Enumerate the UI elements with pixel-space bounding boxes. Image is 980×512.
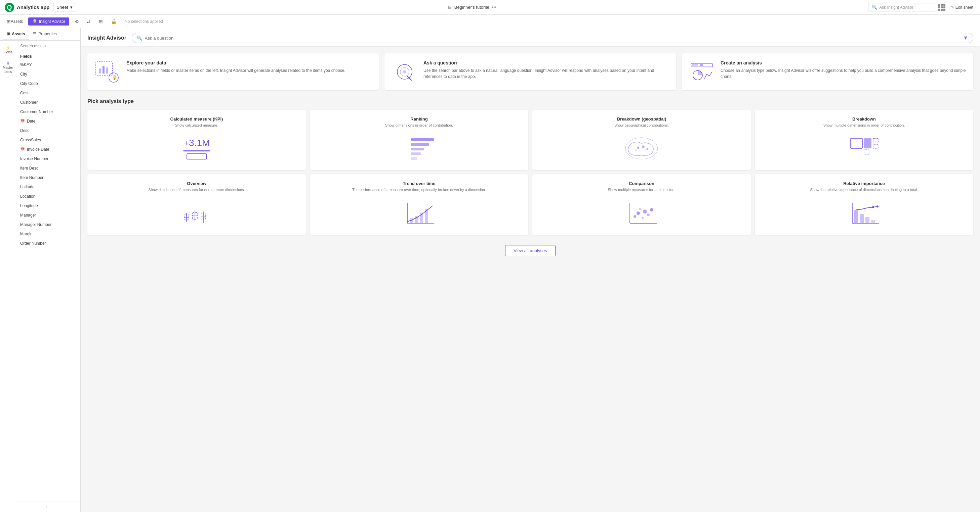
svg-rect-14: [700, 64, 703, 66]
svg-rect-3: [99, 68, 101, 73]
explore-card-text: Explore your data Make selections in fie…: [126, 60, 345, 73]
analysis-grid: Calculated measure (KPI) Show calculated…: [88, 110, 973, 235]
field-label-cost: Cost: [20, 90, 29, 95]
analysis-card-breakdown[interactable]: Breakdown Show multiple dimensions in or…: [755, 110, 973, 170]
grid-icon[interactable]: [938, 4, 945, 11]
ask-question-bar[interactable]: 🔍 🎙: [132, 33, 973, 43]
svg-point-61: [872, 206, 874, 208]
field-item-item-number[interactable]: Item Number: [16, 173, 80, 182]
assets-tab-label: Assets: [12, 32, 25, 36]
comparison-title: Comparison: [538, 181, 745, 186]
field-item-customer-number[interactable]: Customer Number: [16, 107, 80, 116]
view-all-analyses-button[interactable]: View all analyses: [505, 245, 555, 256]
search-placeholder: Ask Insight Advisor: [879, 5, 913, 10]
field-item-city[interactable]: City: [16, 70, 80, 79]
comparison-description: Show multiple measures for a dimension.: [538, 187, 745, 192]
field-item-gross-sales[interactable]: GrossSales: [16, 135, 80, 145]
app-subtitle: Analytics app: [17, 4, 50, 10]
sidebar-item-fields[interactable]: ⚡ Fields: [2, 44, 14, 56]
svg-point-11: [403, 70, 406, 73]
svg-rect-27: [864, 138, 872, 148]
svg-rect-28: [873, 138, 878, 143]
sheet-dropdown[interactable]: Sheet ▾: [53, 3, 76, 11]
analysis-card-breakdown-geo[interactable]: Breakdown (geospatial) Show geographical…: [532, 110, 751, 170]
field-item-longitude[interactable]: Longitude: [16, 201, 80, 211]
field-label-invoice-number: Invoice Number: [20, 157, 48, 161]
svg-point-62: [877, 206, 878, 208]
analysis-card-ranking[interactable]: Ranking Show dimensions in order of cont…: [310, 110, 528, 170]
breakdown-description: Show multiple dimensions in order of con…: [760, 123, 968, 128]
field-label-manager-number: Manager Number: [20, 222, 51, 227]
field-item-manager[interactable]: Manager: [16, 211, 80, 220]
field-item-margin[interactable]: Margin: [16, 229, 80, 239]
toolbar-icon-4[interactable]: 🔒: [108, 17, 119, 26]
collapse-button[interactable]: ⟵: [16, 502, 80, 512]
breakdown-geo-description: Show geographical contributions.: [538, 123, 745, 128]
microphone-icon[interactable]: 🎙: [964, 35, 968, 41]
svg-rect-42: [410, 218, 413, 223]
toolbar-icon-1[interactable]: ⟲: [72, 17, 81, 26]
assets-button[interactable]: ⊞ Assets: [4, 17, 25, 26]
svg-point-21: [625, 138, 658, 159]
analysis-card-trend[interactable]: Trend over time The performance of a mea…: [310, 174, 528, 235]
field-item-order-number[interactable]: Order Number: [16, 239, 80, 248]
insight-advisor-button[interactable]: 💡 Insight Advisor: [28, 17, 69, 25]
top-search-bar[interactable]: 🔍 Ask Insight Advisor: [868, 3, 935, 11]
svg-point-23: [642, 145, 644, 148]
no-selections-label: No selections applied: [122, 19, 166, 24]
svg-text:Q: Q: [7, 4, 12, 11]
field-label-city: City: [20, 72, 27, 76]
svg-rect-29: [864, 150, 869, 155]
field-label-order-number: Order Number: [20, 241, 46, 246]
svg-text:💡: 💡: [111, 75, 118, 81]
field-item-latitude[interactable]: Latitude: [16, 182, 80, 192]
field-label-gross-sales: GrossSales: [20, 138, 41, 143]
svg-point-50: [641, 217, 644, 219]
trend-visual: [315, 198, 523, 228]
overview-description: Show distribution of measures for one or…: [93, 187, 301, 192]
field-item-desc[interactable]: Desc: [16, 126, 80, 135]
field-label-item-desc: Item Desc: [20, 166, 38, 171]
comparison-visual: [538, 198, 745, 228]
sidebar-icons: ⚡ Fields ⊕ Master items: [0, 41, 16, 512]
more-options-icon[interactable]: •••: [492, 5, 496, 10]
analysis-card-comparison[interactable]: Comparison Show multiple measures for a …: [532, 174, 751, 235]
svg-rect-18: [411, 148, 424, 151]
svg-point-25: [635, 149, 636, 151]
info-cards-row: 💡 Explore your data Make selections in f…: [88, 53, 973, 90]
sheet-dropdown-label: Sheet: [57, 5, 68, 10]
breakdown-visual: [760, 133, 968, 163]
sidebar-item-master-items[interactable]: ⊕ Master items: [2, 62, 14, 73]
toolbar-icon-3[interactable]: ⊞: [96, 17, 105, 26]
field-item-location[interactable]: Location: [16, 192, 80, 201]
field-item-city-code[interactable]: City Code: [16, 79, 80, 88]
toolbar-icon-2[interactable]: ⇄: [84, 17, 94, 26]
ask-question-input[interactable]: [145, 36, 961, 41]
explore-card-description: Make selections in fields or master item…: [126, 68, 345, 73]
field-item-invoice-number[interactable]: Invoice Number: [16, 154, 80, 163]
field-item-cost[interactable]: Cost: [16, 88, 80, 98]
field-item-manager-number[interactable]: Manager Number: [16, 220, 80, 229]
field-label-item-number: Item Number: [20, 175, 43, 180]
overview-visual: [93, 198, 301, 228]
field-item-invoice-date[interactable]: 📅Invoice Date: [16, 145, 80, 154]
svg-rect-57: [854, 210, 858, 223]
relative-description: Show the relative importance of dimensio…: [760, 187, 968, 192]
analysis-card-kpi[interactable]: Calculated measure (KPI) Show calculated…: [88, 110, 306, 170]
analysis-card-overview[interactable]: Overview Show distribution of measures f…: [88, 174, 306, 235]
field-label-longitude: Longitude: [20, 203, 38, 208]
search-bar-icon: 🔍: [137, 36, 142, 41]
second-toolbar: ⊞ Assets 💡 Insight Advisor ⟲ ⇄ ⊞ 🔒 No se…: [0, 15, 980, 28]
search-assets-input[interactable]: [20, 44, 76, 48]
field-item-customer[interactable]: Customer: [16, 98, 80, 107]
field-item-key[interactable]: %KEY: [16, 60, 80, 70]
tab-assets[interactable]: ⊞ Assets: [3, 28, 29, 40]
tab-properties[interactable]: ☰ Properties: [29, 28, 61, 40]
create-card-text: Create an analysis Choose an analysis ty…: [721, 60, 967, 79]
ranking-description: Show dimensions in order of contribution…: [315, 123, 523, 128]
field-item-date[interactable]: 📅Date: [16, 116, 80, 126]
analysis-card-relative[interactable]: Relative importance Show the relative im…: [755, 174, 973, 235]
field-item-item-desc[interactable]: Item Desc: [16, 163, 80, 173]
top-navigation: Q Analytics app Sheet ▾ ⊞ Beginner's tut…: [0, 0, 980, 15]
edit-sheet-button[interactable]: ✎ Edit sheet: [948, 4, 976, 11]
